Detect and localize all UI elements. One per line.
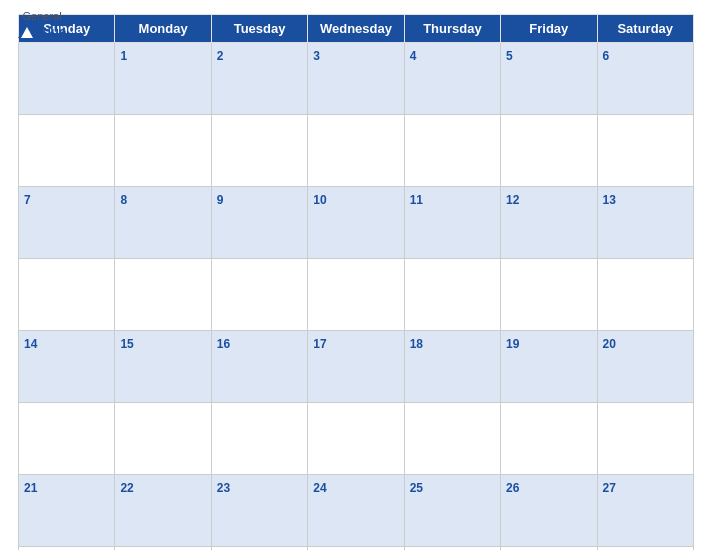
day-number: 12 — [506, 193, 519, 207]
content-cell — [211, 259, 307, 331]
day-number: 16 — [217, 337, 230, 351]
content-cell — [404, 547, 500, 551]
date-cell: 12 — [501, 187, 597, 259]
content-cell — [19, 259, 115, 331]
week-date-row-1: 78910111213 — [19, 187, 694, 259]
day-number: 24 — [313, 481, 326, 495]
date-cell: 10 — [308, 187, 404, 259]
day-number: 23 — [217, 481, 230, 495]
logo: General Blue — [18, 10, 66, 41]
content-cell — [501, 259, 597, 331]
day-number: 17 — [313, 337, 326, 351]
week-content-row-1 — [19, 259, 694, 331]
date-cell: 20 — [597, 331, 693, 403]
content-cell — [501, 403, 597, 475]
content-cell — [501, 115, 597, 187]
date-cell: 21 — [19, 475, 115, 547]
day-number: 18 — [410, 337, 423, 351]
content-cell — [597, 259, 693, 331]
content-cell — [19, 547, 115, 551]
day-number: 20 — [603, 337, 616, 351]
content-cell — [308, 547, 404, 551]
day-number: 26 — [506, 481, 519, 495]
day-number: 5 — [506, 49, 513, 63]
date-cell: 18 — [404, 331, 500, 403]
date-cell: 17 — [308, 331, 404, 403]
date-cell: 13 — [597, 187, 693, 259]
logo-blue-text: Blue — [18, 22, 66, 41]
content-cell — [19, 115, 115, 187]
date-cell: 8 — [115, 187, 211, 259]
date-cell: 22 — [115, 475, 211, 547]
content-cell — [308, 115, 404, 187]
content-cell — [211, 547, 307, 551]
day-number: 27 — [603, 481, 616, 495]
content-cell — [597, 115, 693, 187]
content-cell — [404, 115, 500, 187]
date-cell: 1 — [115, 43, 211, 115]
content-cell — [597, 403, 693, 475]
day-number: 4 — [410, 49, 417, 63]
day-number: 11 — [410, 193, 423, 207]
day-number: 10 — [313, 193, 326, 207]
date-cell: 24 — [308, 475, 404, 547]
day-number: 2 — [217, 49, 224, 63]
day-number: 22 — [120, 481, 133, 495]
day-number: 7 — [24, 193, 31, 207]
week-date-row-3: 21222324252627 — [19, 475, 694, 547]
content-cell — [404, 403, 500, 475]
date-cell: 19 — [501, 331, 597, 403]
week-date-row-2: 14151617181920 — [19, 331, 694, 403]
date-cell: 16 — [211, 331, 307, 403]
week-content-row-2 — [19, 403, 694, 475]
logo-general-text: General — [23, 10, 62, 22]
day-number: 15 — [120, 337, 133, 351]
content-cell — [115, 403, 211, 475]
date-cell: 5 — [501, 43, 597, 115]
date-cell: 14 — [19, 331, 115, 403]
day-number: 6 — [603, 49, 610, 63]
date-cell — [19, 43, 115, 115]
weekday-header-wednesday: Wednesday — [308, 15, 404, 43]
day-number: 19 — [506, 337, 519, 351]
logo-triangle-icon — [18, 22, 36, 41]
content-cell — [308, 259, 404, 331]
day-number: 8 — [120, 193, 127, 207]
content-cell — [19, 403, 115, 475]
date-cell: 9 — [211, 187, 307, 259]
day-number: 9 — [217, 193, 224, 207]
day-number: 21 — [24, 481, 37, 495]
date-cell: 3 — [308, 43, 404, 115]
date-cell: 23 — [211, 475, 307, 547]
weekday-header-tuesday: Tuesday — [211, 15, 307, 43]
weekday-header-saturday: Saturday — [597, 15, 693, 43]
date-cell: 26 — [501, 475, 597, 547]
week-content-row-0 — [19, 115, 694, 187]
weekday-header-monday: Monday — [115, 15, 211, 43]
week-content-row-3 — [19, 547, 694, 551]
weekday-header-friday: Friday — [501, 15, 597, 43]
content-cell — [501, 547, 597, 551]
day-number: 3 — [313, 49, 320, 63]
weekday-header-thursday: Thursday — [404, 15, 500, 43]
week-date-row-0: 123456 — [19, 43, 694, 115]
content-cell — [115, 115, 211, 187]
date-cell: 7 — [19, 187, 115, 259]
content-cell — [211, 403, 307, 475]
date-cell: 6 — [597, 43, 693, 115]
content-cell — [597, 547, 693, 551]
date-cell: 4 — [404, 43, 500, 115]
date-cell: 2 — [211, 43, 307, 115]
content-cell — [115, 547, 211, 551]
weekday-header-row: SundayMondayTuesdayWednesdayThursdayFrid… — [19, 15, 694, 43]
date-cell: 27 — [597, 475, 693, 547]
content-cell — [211, 115, 307, 187]
day-number: 14 — [24, 337, 37, 351]
content-cell — [115, 259, 211, 331]
date-cell: 15 — [115, 331, 211, 403]
day-number: 25 — [410, 481, 423, 495]
date-cell: 25 — [404, 475, 500, 547]
day-number: 1 — [120, 49, 127, 63]
content-cell — [404, 259, 500, 331]
calendar-table: SundayMondayTuesdayWednesdayThursdayFrid… — [18, 14, 694, 550]
